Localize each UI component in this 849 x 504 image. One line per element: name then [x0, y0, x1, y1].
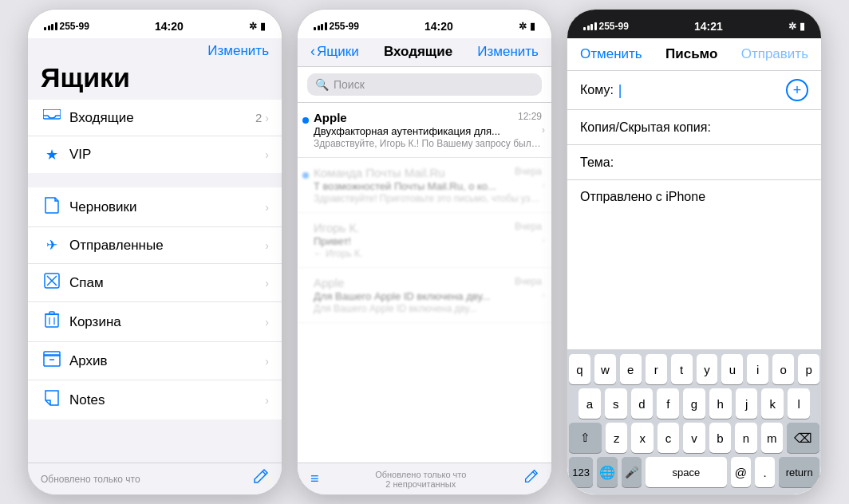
chevron-3: › — [542, 289, 545, 301]
key-v[interactable]: v — [683, 423, 705, 453]
status-bar-3: 255-99 14:21 ✲ ▮ — [567, 10, 821, 38]
time-2: 14:20 — [424, 20, 453, 33]
spam-chevron: › — [265, 277, 269, 289]
key-z[interactable]: z — [606, 423, 627, 453]
space-key[interactable]: space — [646, 457, 726, 487]
key-w[interactable]: w — [594, 354, 616, 384]
chevron-2: › — [542, 234, 545, 246]
key-k[interactable]: k — [761, 388, 784, 419]
cancel-button[interactable]: Отменить — [580, 46, 642, 62]
key-n[interactable]: n — [735, 423, 756, 453]
bar3-2 — [321, 24, 323, 30]
key-a[interactable]: a — [579, 388, 601, 419]
notes-row[interactable]: Notes › — [28, 380, 282, 419]
compose-body[interactable]: Отправлено с iPhone — [567, 180, 821, 214]
bar4-3 — [594, 22, 597, 30]
back-button-2[interactable]: ‹ Ящики — [310, 43, 359, 60]
archive-chevron: › — [265, 355, 269, 368]
key-h[interactable]: h — [709, 388, 732, 419]
compose-nav: Отменить Письмо Отправить — [567, 38, 821, 71]
trash-row[interactable]: Корзина › — [28, 302, 282, 342]
signal-bars-1 — [44, 22, 57, 30]
drafts-row[interactable]: Черновики › — [28, 187, 282, 227]
bar4 — [55, 22, 57, 30]
sent-row[interactable]: ✈ Отправленные › — [28, 227, 282, 264]
screen2-content: 🔍 Поиск Apple 12:29 › Двухфакторная ауте… — [298, 67, 551, 494]
vip-row[interactable]: ★ VIP › — [28, 136, 282, 173]
email-preview-2: ← Игорь К. — [314, 248, 542, 259]
key-m[interactable]: m — [761, 423, 783, 453]
compose-button-1[interactable] — [251, 468, 269, 490]
bar1-3 — [583, 27, 586, 30]
compose-title: Письмо — [665, 46, 717, 62]
compose-button-2[interactable] — [523, 469, 539, 489]
to-field[interactable]: Кому: | + — [567, 71, 821, 110]
email-item-1[interactable]: Команда Почты Mail.Ru Вчера › Т возможно… — [298, 158, 551, 213]
email-time-3: Вчера — [515, 276, 542, 289]
time-3: 14:21 — [694, 20, 723, 33]
key-x[interactable]: x — [631, 423, 653, 453]
at-key[interactable]: @ — [731, 457, 751, 487]
inbox-title: Входящие — [384, 44, 452, 60]
archive-row[interactable]: Архив › — [28, 342, 282, 380]
email-item-2[interactable]: Игорь К. Вчера › Привет! ← Игорь К. — [298, 213, 551, 268]
vip-icon: ★ — [41, 146, 63, 163]
mic-key[interactable]: 🎤 — [622, 457, 642, 487]
inbox-icon — [41, 109, 63, 126]
carrier-3: 255-99 — [599, 21, 629, 32]
signal-bars-2 — [314, 22, 327, 30]
key-e[interactable]: e — [620, 354, 642, 384]
search-input-box[interactable]: 🔍 Поиск — [307, 73, 542, 96]
number-key[interactable]: 123 — [569, 457, 593, 487]
key-y[interactable]: y — [697, 354, 718, 384]
key-d[interactable]: d — [631, 388, 654, 419]
email-sender-2: Игорь К. Вчера › — [314, 221, 542, 234]
edit-button-1[interactable]: Изменить — [207, 43, 269, 59]
shift-key[interactable]: ⇧ — [569, 423, 602, 453]
email-subject-1: Т возможностей Почты Mail.Ru, о ко... — [314, 180, 542, 192]
return-key[interactable]: return — [779, 457, 819, 487]
key-u[interactable]: u — [721, 354, 743, 384]
cc-field[interactable]: Копия/Скрытая копия: — [567, 110, 821, 145]
spam-label: Спам — [69, 275, 265, 291]
key-s[interactable]: s — [605, 388, 627, 419]
trash-icon — [41, 311, 63, 333]
delete-key[interactable]: ⌫ — [787, 423, 819, 453]
key-q[interactable]: q — [569, 354, 590, 384]
key-f[interactable]: f — [657, 388, 679, 419]
svg-rect-10 — [44, 352, 60, 356]
key-t[interactable]: t — [671, 354, 693, 384]
add-recipient-button[interactable]: + — [786, 79, 808, 101]
send-button[interactable]: Отправить — [741, 46, 808, 62]
vip-chevron: › — [265, 148, 269, 161]
chevron-0: › — [542, 124, 545, 136]
key-l[interactable]: l — [788, 388, 810, 419]
key-r[interactable]: r — [646, 354, 667, 384]
key-j[interactable]: j — [736, 388, 758, 419]
key-c[interactable]: c — [657, 423, 679, 453]
edit-button-2[interactable]: Изменить — [477, 44, 539, 60]
filter-icon[interactable]: ≡ — [310, 471, 319, 487]
time-1: 14:20 — [155, 20, 184, 33]
bt-icon-2: ✲ — [519, 21, 527, 32]
spam-row[interactable]: Спам › — [28, 264, 282, 302]
globe-key[interactable]: 🌐 — [597, 457, 617, 487]
email-item-0[interactable]: Apple 12:29 › Двухфакторная аутентификац… — [298, 103, 551, 158]
bar1 — [44, 27, 46, 30]
email-sender-1: Команда Почты Mail.Ru Вчера › — [314, 166, 542, 179]
email-preview-0: Здравствуйте, Игорь К.! По Вашему запрос… — [314, 138, 542, 149]
email-subject-0: Двухфакторная аутентификация для... — [314, 125, 542, 137]
key-i[interactable]: i — [747, 354, 768, 384]
key-p[interactable]: p — [798, 354, 819, 384]
subject-field[interactable]: Тема: — [567, 145, 821, 180]
key-o[interactable]: o — [772, 354, 794, 384]
email-item-3[interactable]: Apple Вчера › Для Вашего Apple ID включе… — [298, 268, 551, 323]
key-g[interactable]: g — [683, 388, 705, 419]
unread-count: 2 непрочитанных — [375, 479, 466, 489]
key-b[interactable]: b — [709, 423, 731, 453]
inbox-row[interactable]: Входящие 2 › — [28, 100, 282, 136]
bottom-status-2: Обновлено только что 2 непрочитанных — [375, 470, 466, 489]
dot-key[interactable]: . — [755, 457, 775, 487]
phone-2: 255-99 14:20 ✲ ▮ ‹ Ящики Входящие Измени… — [297, 9, 552, 495]
svg-line-12 — [263, 471, 266, 474]
